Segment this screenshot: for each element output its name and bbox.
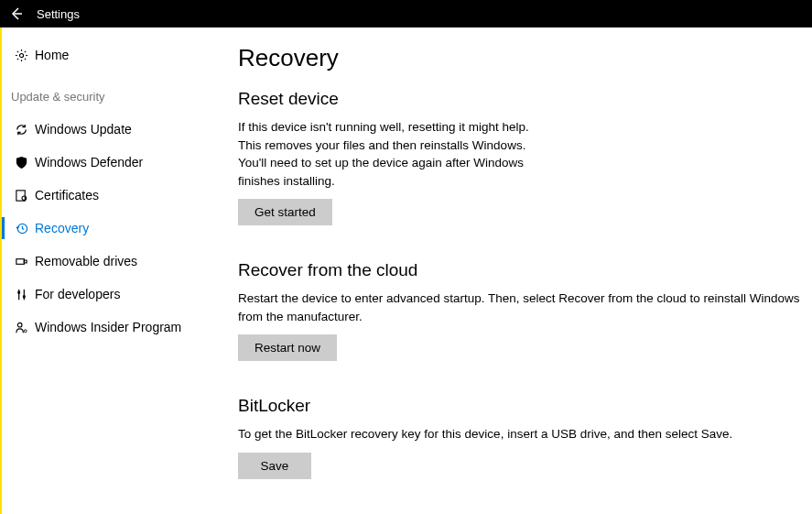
svg-point-9: [24, 329, 27, 332]
sidebar-item-label: Removable drives: [35, 254, 137, 268]
section-reset-device: Reset device If this device isn't runnin…: [238, 89, 812, 225]
gear-icon: [11, 49, 31, 62]
sidebar-item-label: Home: [35, 48, 69, 62]
section-body: To get the BitLocker recovery key for th…: [238, 425, 812, 443]
section-body: Restart the device to enter advanced sta…: [238, 290, 812, 325]
usb-drive-icon: [11, 255, 31, 268]
certificate-icon: [11, 189, 31, 202]
sidebar-item-windows-update[interactable]: Windows Update: [2, 113, 229, 146]
history-icon: [11, 222, 31, 235]
sidebar-item-label: Windows Insider Program: [35, 320, 181, 334]
svg-rect-7: [22, 295, 25, 298]
svg-point-8: [17, 323, 22, 327]
svg-rect-5: [24, 260, 27, 263]
shield-icon: [11, 156, 31, 170]
sidebar-item-windows-defender[interactable]: Windows Defender: [2, 146, 229, 179]
sidebar-item-home[interactable]: Home: [2, 44, 229, 66]
sidebar-item-removable-drives[interactable]: Removable drives: [2, 245, 229, 278]
sync-icon: [11, 123, 31, 137]
section-heading: BitLocker: [238, 396, 812, 416]
app-header: Settings: [0, 0, 812, 27]
tools-icon: [11, 288, 31, 301]
sidebar-item-label: Windows Update: [35, 122, 132, 137]
sidebar-section-label: Update & security: [2, 84, 229, 113]
section-heading: Recover from the cloud: [238, 260, 812, 280]
back-button[interactable]: [9, 6, 24, 21]
get-started-button[interactable]: Get started: [238, 199, 332, 225]
sidebar: Home Update & security Windows Update Wi…: [2, 27, 229, 514]
section-body: If this device isn't running well, reset…: [238, 118, 540, 190]
sidebar-item-certificates[interactable]: Certificates: [2, 179, 229, 212]
svg-point-0: [19, 53, 23, 57]
sidebar-item-label: Windows Defender: [35, 155, 143, 170]
svg-rect-6: [17, 290, 20, 293]
sidebar-item-label: For developers: [35, 287, 120, 301]
page-title: Recovery: [238, 44, 812, 72]
save-button[interactable]: Save: [238, 453, 311, 479]
sidebar-item-label: Recovery: [35, 221, 89, 235]
svg-point-2: [21, 195, 26, 200]
section-bitlocker: BitLocker To get the BitLocker recovery …: [238, 396, 812, 479]
section-recover-cloud: Recover from the cloud Restart the devic…: [238, 260, 812, 361]
header-title: Settings: [37, 7, 80, 21]
section-heading: Reset device: [238, 89, 812, 109]
sidebar-item-label: Certificates: [35, 188, 99, 202]
sidebar-item-windows-insider[interactable]: Windows Insider Program: [2, 311, 229, 344]
arrow-left-icon: [9, 6, 24, 21]
insider-icon: [11, 321, 31, 334]
restart-now-button[interactable]: Restart now: [238, 334, 337, 361]
sidebar-item-for-developers[interactable]: For developers: [2, 278, 229, 311]
svg-rect-4: [16, 258, 23, 264]
sidebar-item-recovery[interactable]: Recovery: [2, 212, 229, 245]
main-content: Recovery Reset device If this device isn…: [229, 27, 812, 514]
